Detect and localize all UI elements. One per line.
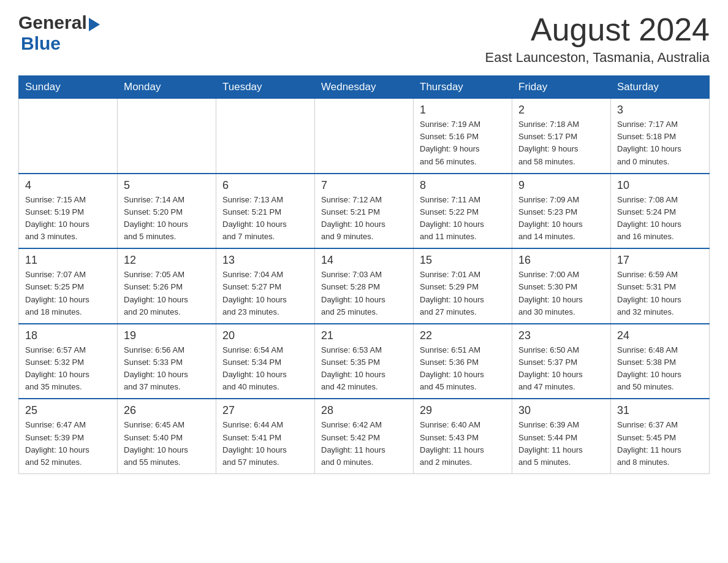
day-info: Sunrise: 6:54 AM Sunset: 5:34 PM Dayligh…	[222, 344, 308, 394]
day-info: Sunrise: 6:59 AM Sunset: 5:31 PM Dayligh…	[617, 269, 703, 318]
day-number: 18	[25, 329, 111, 342]
day-number: 11	[25, 254, 111, 267]
calendar-week-row: 1Sunrise: 7:19 AM Sunset: 5:16 PM Daylig…	[19, 99, 710, 174]
weekday-header-wednesday: Wednesday	[315, 76, 414, 99]
calendar-cell: 2Sunrise: 7:18 AM Sunset: 5:17 PM Daylig…	[512, 99, 611, 174]
day-info: Sunrise: 6:53 AM Sunset: 5:35 PM Dayligh…	[321, 344, 407, 394]
day-info: Sunrise: 6:56 AM Sunset: 5:33 PM Dayligh…	[124, 344, 210, 394]
day-number: 17	[617, 254, 703, 267]
calendar-cell: 9Sunrise: 7:09 AM Sunset: 5:23 PM Daylig…	[512, 174, 611, 249]
calendar-cell: 10Sunrise: 7:08 AM Sunset: 5:24 PM Dayli…	[611, 174, 710, 249]
calendar-cell: 12Sunrise: 7:05 AM Sunset: 5:26 PM Dayli…	[118, 248, 216, 324]
day-info: Sunrise: 6:57 AM Sunset: 5:32 PM Dayligh…	[25, 344, 111, 394]
calendar-cell	[19, 99, 118, 174]
day-info: Sunrise: 7:08 AM Sunset: 5:24 PM Dayligh…	[617, 194, 703, 243]
calendar-cell	[315, 99, 414, 174]
day-info: Sunrise: 6:39 AM Sunset: 5:44 PM Dayligh…	[518, 419, 604, 469]
day-info: Sunrise: 7:05 AM Sunset: 5:26 PM Dayligh…	[124, 269, 210, 318]
calendar-cell: 29Sunrise: 6:40 AM Sunset: 5:43 PM Dayli…	[414, 399, 512, 473]
day-number: 6	[222, 179, 308, 192]
day-info: Sunrise: 7:18 AM Sunset: 5:17 PM Dayligh…	[518, 118, 604, 168]
day-info: Sunrise: 7:09 AM Sunset: 5:23 PM Dayligh…	[518, 194, 604, 243]
day-number: 30	[518, 404, 604, 417]
calendar-cell: 30Sunrise: 6:39 AM Sunset: 5:44 PM Dayli…	[512, 399, 611, 473]
day-info: Sunrise: 7:04 AM Sunset: 5:27 PM Dayligh…	[222, 269, 308, 318]
calendar-week-row: 25Sunrise: 6:47 AM Sunset: 5:39 PM Dayli…	[19, 399, 710, 473]
weekday-header-sunday: Sunday	[19, 76, 118, 99]
day-info: Sunrise: 7:19 AM Sunset: 5:16 PM Dayligh…	[420, 118, 506, 168]
calendar-week-row: 11Sunrise: 7:07 AM Sunset: 5:25 PM Dayli…	[19, 248, 710, 324]
month-title: August 2024	[485, 12, 710, 47]
calendar-header-row: SundayMondayTuesdayWednesdayThursdayFrid…	[19, 76, 710, 99]
calendar-cell: 31Sunrise: 6:37 AM Sunset: 5:45 PM Dayli…	[611, 399, 710, 473]
day-number: 23	[518, 329, 604, 342]
day-number: 28	[321, 404, 407, 417]
calendar-cell: 23Sunrise: 6:50 AM Sunset: 5:37 PM Dayli…	[512, 324, 611, 399]
day-info: Sunrise: 7:14 AM Sunset: 5:20 PM Dayligh…	[124, 194, 210, 243]
day-number: 3	[617, 104, 703, 117]
day-number: 8	[420, 179, 506, 192]
logo: General Blue	[18, 12, 100, 54]
day-info: Sunrise: 6:40 AM Sunset: 5:43 PM Dayligh…	[420, 419, 506, 469]
calendar-cell: 17Sunrise: 6:59 AM Sunset: 5:31 PM Dayli…	[611, 248, 710, 324]
weekday-header-monday: Monday	[118, 76, 216, 99]
day-number: 12	[124, 254, 210, 267]
calendar-cell: 11Sunrise: 7:07 AM Sunset: 5:25 PM Dayli…	[19, 248, 118, 324]
calendar-cell: 26Sunrise: 6:45 AM Sunset: 5:40 PM Dayli…	[118, 399, 216, 473]
day-number: 16	[518, 254, 604, 267]
calendar-cell: 8Sunrise: 7:11 AM Sunset: 5:22 PM Daylig…	[414, 174, 512, 249]
day-info: Sunrise: 6:47 AM Sunset: 5:39 PM Dayligh…	[25, 419, 111, 469]
day-number: 7	[321, 179, 407, 192]
day-number: 19	[124, 329, 210, 342]
calendar-cell: 18Sunrise: 6:57 AM Sunset: 5:32 PM Dayli…	[19, 324, 118, 399]
location-title: East Launceston, Tasmania, Australia	[485, 50, 710, 66]
calendar-cell: 5Sunrise: 7:14 AM Sunset: 5:20 PM Daylig…	[118, 174, 216, 249]
day-info: Sunrise: 7:17 AM Sunset: 5:18 PM Dayligh…	[617, 118, 703, 168]
day-number: 13	[222, 254, 308, 267]
day-info: Sunrise: 7:13 AM Sunset: 5:21 PM Dayligh…	[222, 194, 308, 243]
calendar-cell: 19Sunrise: 6:56 AM Sunset: 5:33 PM Dayli…	[118, 324, 216, 399]
logo-arrow-icon	[89, 18, 100, 31]
day-number: 4	[25, 179, 111, 192]
calendar-cell: 24Sunrise: 6:48 AM Sunset: 5:38 PM Dayli…	[611, 324, 710, 399]
day-number: 29	[420, 404, 506, 417]
calendar-cell: 16Sunrise: 7:00 AM Sunset: 5:30 PM Dayli…	[512, 248, 611, 324]
day-info: Sunrise: 6:50 AM Sunset: 5:37 PM Dayligh…	[518, 344, 604, 394]
calendar-cell: 4Sunrise: 7:15 AM Sunset: 5:19 PM Daylig…	[19, 174, 118, 249]
weekday-header-thursday: Thursday	[414, 76, 512, 99]
day-info: Sunrise: 6:45 AM Sunset: 5:40 PM Dayligh…	[124, 419, 210, 469]
logo-blue-text: Blue	[21, 33, 61, 54]
title-block: August 2024 East Launceston, Tasmania, A…	[485, 12, 710, 66]
day-number: 25	[25, 404, 111, 417]
page-header: General Blue August 2024 East Launceston…	[18, 12, 710, 66]
calendar-cell: 22Sunrise: 6:51 AM Sunset: 5:36 PM Dayli…	[414, 324, 512, 399]
day-info: Sunrise: 7:15 AM Sunset: 5:19 PM Dayligh…	[25, 194, 111, 243]
day-number: 27	[222, 404, 308, 417]
calendar-cell: 28Sunrise: 6:42 AM Sunset: 5:42 PM Dayli…	[315, 399, 414, 473]
calendar-cell: 15Sunrise: 7:01 AM Sunset: 5:29 PM Dayli…	[414, 248, 512, 324]
day-info: Sunrise: 6:37 AM Sunset: 5:45 PM Dayligh…	[617, 419, 703, 469]
calendar-cell: 27Sunrise: 6:44 AM Sunset: 5:41 PM Dayli…	[216, 399, 315, 473]
day-number: 20	[222, 329, 308, 342]
day-info: Sunrise: 6:42 AM Sunset: 5:42 PM Dayligh…	[321, 419, 407, 469]
day-info: Sunrise: 6:48 AM Sunset: 5:38 PM Dayligh…	[617, 344, 703, 394]
day-info: Sunrise: 7:01 AM Sunset: 5:29 PM Dayligh…	[420, 269, 506, 318]
calendar-cell: 6Sunrise: 7:13 AM Sunset: 5:21 PM Daylig…	[216, 174, 315, 249]
day-number: 9	[518, 179, 604, 192]
weekday-header-friday: Friday	[512, 76, 611, 99]
day-info: Sunrise: 7:11 AM Sunset: 5:22 PM Dayligh…	[420, 194, 506, 243]
calendar-table: SundayMondayTuesdayWednesdayThursdayFrid…	[18, 75, 710, 474]
day-number: 15	[420, 254, 506, 267]
day-number: 10	[617, 179, 703, 192]
calendar-cell	[216, 99, 315, 174]
day-number: 14	[321, 254, 407, 267]
day-info: Sunrise: 7:00 AM Sunset: 5:30 PM Dayligh…	[518, 269, 604, 318]
day-number: 31	[617, 404, 703, 417]
calendar-cell: 3Sunrise: 7:17 AM Sunset: 5:18 PM Daylig…	[611, 99, 710, 174]
day-number: 5	[124, 179, 210, 192]
calendar-week-row: 18Sunrise: 6:57 AM Sunset: 5:32 PM Dayli…	[19, 324, 710, 399]
calendar-cell: 20Sunrise: 6:54 AM Sunset: 5:34 PM Dayli…	[216, 324, 315, 399]
calendar-cell: 14Sunrise: 7:03 AM Sunset: 5:28 PM Dayli…	[315, 248, 414, 324]
weekday-header-tuesday: Tuesday	[216, 76, 315, 99]
calendar-week-row: 4Sunrise: 7:15 AM Sunset: 5:19 PM Daylig…	[19, 174, 710, 249]
